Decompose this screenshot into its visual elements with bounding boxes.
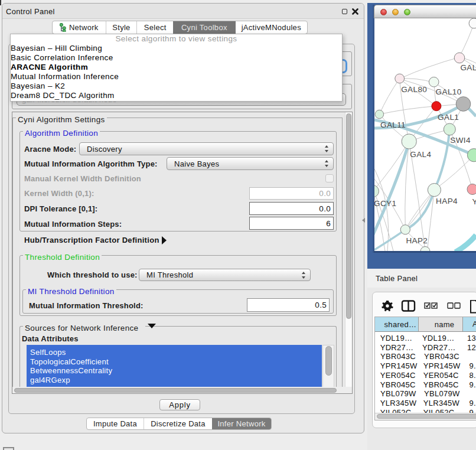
svg-text:GAL1: GAL1 (438, 113, 459, 122)
svg-text:Y: Y (472, 197, 476, 206)
svg-text:GAL10: GAL10 (436, 87, 462, 96)
svg-text:GAL11: GAL11 (380, 120, 406, 129)
svg-text:GAL4: GAL4 (410, 150, 431, 159)
svg-text:GCY1: GCY1 (374, 199, 396, 208)
svg-text:SWI4: SWI4 (450, 136, 471, 145)
svg-text:HAP2: HAP2 (406, 236, 428, 245)
svg-text:HAP4: HAP4 (436, 197, 458, 206)
svg-text:GAL80: GAL80 (401, 85, 427, 94)
svg-text:GAL: GAL (460, 63, 476, 72)
